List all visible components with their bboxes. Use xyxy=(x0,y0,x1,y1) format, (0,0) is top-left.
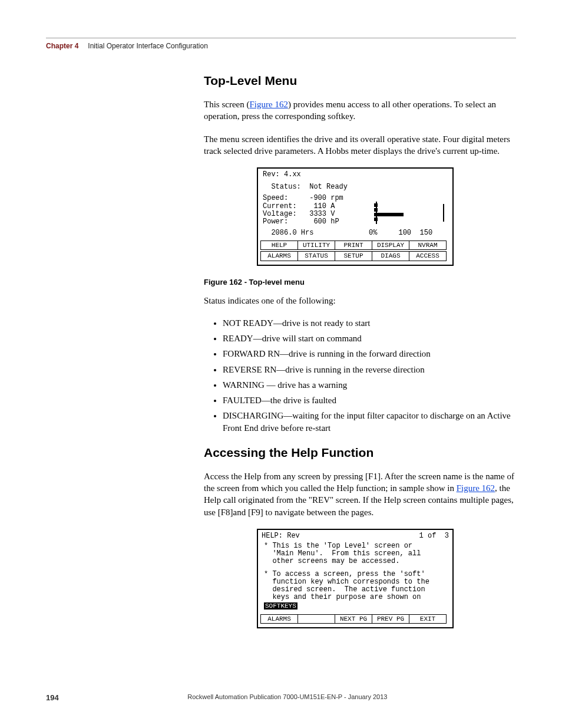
figure-162-caption: Figure 162 - Top-level menu xyxy=(46,278,516,286)
section1-para2: The menu screen identifies the drive and… xyxy=(204,133,516,157)
hobbs-line: 2086.0 Hrs 0% 100 150 xyxy=(258,229,452,237)
chapter-title: Initial Operator Interface Configuration xyxy=(88,42,207,50)
softkey-row-2: ALARMS STATUS SETUP DIAGS ACCESS xyxy=(260,251,447,261)
page-footer: 194 Rockwell Automation Publication 7000… xyxy=(46,693,516,702)
softkey-diags[interactable]: DIAGS xyxy=(372,252,409,261)
list-item: FAULTED—the drive is faulted xyxy=(223,394,516,406)
softkey-next-pg[interactable]: NEXT PG xyxy=(335,615,372,624)
softkey-status[interactable]: STATUS xyxy=(298,252,335,261)
section-heading-top-level-menu: Top-Level Menu xyxy=(204,74,516,88)
softkey-display[interactable]: DISPLAY xyxy=(372,241,409,250)
section1-para1: This screen (Figure 162) provides menu a… xyxy=(204,98,516,123)
softkey-help[interactable]: HELP xyxy=(261,241,298,250)
status-line: Status: Not Ready xyxy=(258,183,452,191)
list-item: WARNING — drive has a warning xyxy=(223,379,516,391)
para1-pre: This screen ( xyxy=(204,100,249,109)
softkey-utility[interactable]: UTILITY xyxy=(298,241,335,250)
chapter-label: Chapter 4 xyxy=(46,42,78,50)
publication-line: Rockwell Automation Publication 7000-UM1… xyxy=(46,693,516,700)
screenshot-help: HELP: Rev1 of 3 * This is the 'Top Level… xyxy=(257,529,454,629)
softkey-row-1: HELP UTILITY PRINT DISPLAY NVRAM xyxy=(260,241,447,250)
help-body-2: * To access a screen, press the 'soft' f… xyxy=(264,571,447,602)
page-number: 194 xyxy=(46,693,59,702)
list-item: NOT READY—drive is not ready to start xyxy=(223,317,516,329)
status-intro: Status indicates one of the following: xyxy=(204,295,516,307)
help-softkey-row: ALARMS NEXT PG PREV PG EXIT xyxy=(260,614,447,624)
section-heading-help: Accessing the Help Function xyxy=(204,446,516,460)
help-title: HELP: Rev1 of 3 xyxy=(258,532,452,540)
list-item: DISCHARGING—waiting for the input filter… xyxy=(223,410,516,434)
softkey-alarms[interactable]: ALARMS xyxy=(261,615,298,624)
softkey-blank xyxy=(298,615,335,624)
rev-line: Rev: 4.xx xyxy=(258,171,452,179)
figure-162-link[interactable]: Figure 162 xyxy=(249,100,287,109)
help-body-1: * This is the 'Top Level' screen or 'Mai… xyxy=(264,542,447,566)
softkey-access[interactable]: ACCESS xyxy=(409,252,447,261)
page-header: Chapter 4 Initial Operator Interface Con… xyxy=(46,38,516,50)
softkey-setup[interactable]: SETUP xyxy=(335,252,372,261)
softkey-prev-pg[interactable]: PREV PG xyxy=(372,615,409,624)
list-item: FORWARD RN—drive is running in the forwa… xyxy=(223,348,516,360)
softkey-nvram[interactable]: NVRAM xyxy=(409,241,447,250)
svg-rect-2 xyxy=(374,213,404,216)
softkey-alarms[interactable]: ALARMS xyxy=(261,252,298,261)
bar-meter-icon xyxy=(371,200,448,230)
list-item: READY—drive will start on command xyxy=(223,332,516,344)
softkey-exit[interactable]: EXIT xyxy=(409,615,447,624)
status-list: NOT READY—drive is not ready to start RE… xyxy=(204,317,516,434)
figure-162-link-2[interactable]: Figure 162 xyxy=(457,483,495,493)
list-item: REVERSE RN—drive is running in the rever… xyxy=(223,364,516,375)
softkey-print[interactable]: PRINT xyxy=(335,241,372,250)
help-highlight-softkeys: SOFTKEYS xyxy=(264,602,297,610)
section2-para: Access the Help from any screen by press… xyxy=(204,470,516,518)
screenshot-top-level-menu: Rev: 4.xx Status: Not Ready Speed: -900 … xyxy=(257,167,454,266)
